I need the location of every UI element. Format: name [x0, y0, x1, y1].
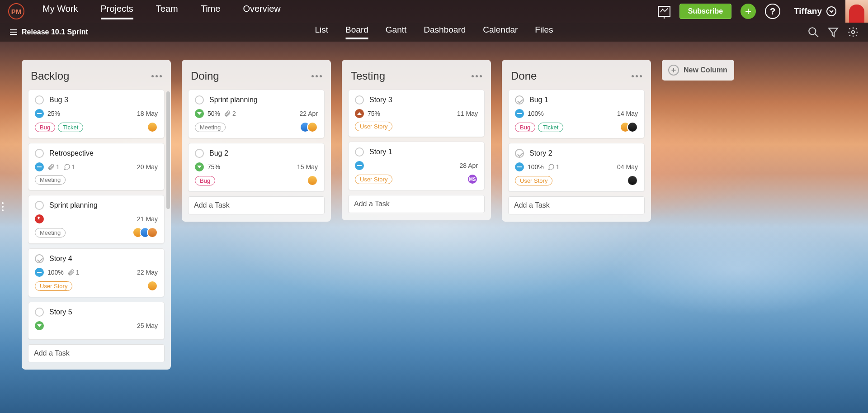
svg-line-1: [815, 33, 818, 37]
tab-board[interactable]: Board: [345, 25, 368, 39]
task-card[interactable]: Story 3 75% 11 May User Story: [348, 90, 485, 137]
column-menu-icon[interactable]: [632, 75, 642, 77]
top-nav: PM My WorkProjectsTeamTimeOverview Subsc…: [0, 0, 868, 23]
column-menu-icon[interactable]: [472, 75, 482, 77]
tag-meeting: Meeting: [195, 123, 226, 132]
complete-checkbox[interactable]: [355, 147, 364, 157]
complete-checkbox[interactable]: [35, 308, 44, 317]
username-label: Tiffany: [794, 6, 822, 16]
nav-link-overview[interactable]: Overview: [243, 4, 280, 19]
gear-icon[interactable]: [847, 26, 859, 38]
priority-icon: [355, 161, 364, 170]
card-title: Story 1: [369, 148, 392, 156]
assignee-avatars: [147, 280, 158, 291]
nav-link-team[interactable]: Team: [156, 4, 178, 19]
svg-point-0: [809, 28, 816, 34]
add-task-input[interactable]: Add a Task: [348, 195, 485, 213]
assignee-avatars: [300, 122, 318, 133]
avatar: [147, 227, 158, 238]
assignee-avatars: [627, 175, 638, 186]
complete-checkbox[interactable]: [515, 95, 524, 104]
task-card[interactable]: Sprint planning 50% 2 22 Apr Meeting: [188, 90, 325, 138]
filter-icon[interactable]: [827, 26, 839, 38]
tab-files[interactable]: Files: [535, 25, 553, 39]
avatar: [147, 122, 158, 133]
complete-checkbox[interactable]: [515, 149, 524, 158]
tag-bug: Bug: [35, 123, 55, 132]
add-task-input[interactable]: Add a Task: [508, 196, 645, 214]
tag-user-story: User Story: [35, 281, 72, 291]
main-nav-links: My WorkProjectsTeamTimeOverview: [42, 4, 281, 19]
column-title: Done: [511, 70, 537, 82]
kanban-board: Backlog Bug 3 25% 18 May BugTicket Retro…: [0, 42, 868, 413]
new-column-button[interactable]: +New Column: [662, 60, 734, 81]
priority-icon: [195, 162, 204, 171]
avatar: [147, 280, 158, 291]
task-card[interactable]: Bug 1 100% 14 May BugTicket: [508, 90, 645, 138]
search-icon[interactable]: [807, 26, 819, 38]
tab-gantt[interactable]: Gantt: [386, 25, 406, 39]
column-menu-icon[interactable]: [311, 75, 322, 77]
side-drag-handle[interactable]: [2, 202, 4, 211]
avatar: [307, 175, 318, 186]
project-subbar: Release 10.1 Sprint ListBoardGanttDashbo…: [0, 23, 868, 42]
complete-checkbox[interactable]: [195, 95, 204, 104]
due-date: 25 May: [137, 322, 158, 329]
avatar: [307, 122, 318, 133]
subscribe-button[interactable]: Subscribe: [679, 4, 731, 19]
assignee-avatars: [132, 227, 158, 238]
avatar: MS: [467, 174, 478, 185]
svg-point-3: [852, 31, 855, 34]
due-date: 14 May: [617, 110, 638, 117]
card-title: Sprint planning: [209, 96, 258, 104]
card-title: Story 2: [529, 149, 552, 157]
help-button[interactable]: ?: [765, 4, 780, 19]
complete-checkbox[interactable]: [35, 201, 44, 210]
user-avatar[interactable]: [845, 0, 868, 23]
complete-checkbox[interactable]: [195, 149, 204, 158]
task-card[interactable]: Story 1 28 Apr User StoryMS: [348, 142, 485, 190]
presentation-icon[interactable]: [658, 6, 670, 17]
task-card[interactable]: Story 2 100% 1 04 May User Story: [508, 143, 645, 192]
due-date: 20 May: [137, 163, 158, 171]
new-column-label: New Column: [684, 66, 727, 74]
comment-icon: 1: [547, 163, 560, 171]
column-menu-icon[interactable]: [151, 75, 162, 77]
complete-checkbox[interactable]: [355, 95, 364, 104]
task-card[interactable]: Bug 3 25% 18 May BugTicket: [28, 90, 165, 138]
user-menu[interactable]: Tiffany: [794, 6, 836, 16]
complete-checkbox[interactable]: [35, 95, 44, 104]
progress-percent: 100%: [528, 163, 544, 171]
nav-link-time[interactable]: Time: [201, 4, 221, 19]
card-title: Bug 1: [529, 96, 548, 104]
tab-list[interactable]: List: [315, 25, 329, 39]
app-logo[interactable]: PM: [8, 3, 24, 19]
plus-icon: +: [668, 65, 679, 76]
column-title: Backlog: [31, 70, 69, 82]
tag-bug: Bug: [515, 123, 535, 132]
due-date: 04 May: [617, 163, 638, 171]
due-date: 28 Apr: [460, 162, 478, 169]
column-done: Done Bug 1 100% 14 May BugTicket Story 2…: [502, 60, 651, 222]
add-task-input[interactable]: Add a Task: [188, 196, 325, 214]
tab-dashboard[interactable]: Dashboard: [424, 25, 466, 39]
project-title: Release 10.1 Sprint: [22, 28, 88, 36]
task-card[interactable]: Sprint planning 21 May Meeting: [28, 195, 165, 244]
add-button[interactable]: +: [741, 4, 756, 19]
complete-checkbox[interactable]: [35, 149, 44, 158]
progress-percent: 75%: [368, 110, 380, 117]
tab-calendar[interactable]: Calendar: [483, 25, 518, 39]
add-task-input[interactable]: Add a Task: [28, 344, 165, 362]
task-card[interactable]: Story 4 100% 1 22 May User Story: [28, 248, 165, 297]
nav-link-projects[interactable]: Projects: [101, 4, 133, 19]
task-card[interactable]: Story 5 25 May: [28, 302, 165, 340]
assignee-avatars: [620, 122, 638, 133]
task-card[interactable]: Retrospective 1 1 20 May Meeting: [28, 143, 165, 190]
nav-link-my-work[interactable]: My Work: [42, 4, 78, 19]
column-title: Testing: [351, 70, 385, 82]
hamburger-icon[interactable]: [10, 29, 17, 35]
chevron-down-icon: [826, 6, 836, 16]
complete-checkbox[interactable]: [35, 254, 44, 263]
column-scrollbar[interactable]: [166, 91, 170, 209]
task-card[interactable]: Bug 2 75% 15 May Bug: [188, 143, 325, 192]
